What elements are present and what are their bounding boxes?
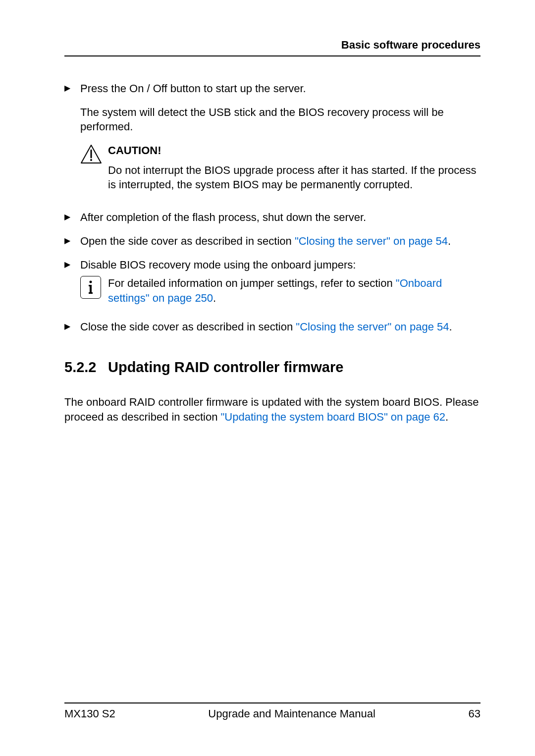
list-item: ▶ Disable BIOS recovery mode using the o… — [64, 258, 481, 311]
text: . — [213, 292, 216, 304]
caution-body: Do not interrupt the BIOS upgrade proces… — [108, 163, 481, 192]
footer-page-number: 63 — [469, 707, 481, 720]
text: For detailed information on jumper setti… — [108, 277, 396, 289]
section-number: 5.2.2 — [64, 358, 108, 377]
bullet-marker-icon: ▶ — [64, 234, 80, 249]
footer-divider — [64, 702, 481, 703]
caution-heading: CAUTION! — [108, 143, 481, 158]
main-content: ▶ Press the On / Off button to start up … — [64, 81, 481, 425]
bullet-content: Close the side cover as described in sec… — [80, 320, 481, 334]
bullet-text: Disable BIOS recovery mode using the onb… — [80, 258, 481, 272]
list-item: ▶ Close the side cover as described in s… — [64, 320, 481, 334]
bullet-marker-icon: ▶ — [64, 210, 80, 225]
bullet-text: After completion of the flash process, s… — [80, 210, 481, 225]
caution-icon — [80, 143, 108, 192]
list-item: ▶ Open the side cover as described in se… — [64, 234, 481, 249]
page-header: Basic software procedures — [64, 39, 481, 56]
info-block: For detailed information on jumper setti… — [80, 276, 481, 305]
bullet-content: Press the On / Off button to start up th… — [80, 81, 481, 201]
text: Open the side cover as described in sect… — [80, 235, 295, 247]
bullet-content: Open the side cover as described in sect… — [80, 234, 481, 249]
footer-row: MX130 S2 Upgrade and Maintenance Manual … — [64, 707, 481, 720]
svg-point-2 — [90, 159, 92, 161]
list-item: ▶ Press the On / Off button to start up … — [64, 81, 481, 201]
bullet-paragraph: The system will detect the USB stick and… — [80, 105, 481, 134]
info-icon-box — [80, 276, 101, 299]
bullet-marker-icon: ▶ — [64, 258, 80, 311]
text: . — [449, 321, 452, 333]
info-text: For detailed information on jumper setti… — [108, 276, 481, 305]
text: . — [448, 235, 451, 247]
bullet-marker-icon: ▶ — [64, 320, 80, 334]
text: Close the side cover as described in sec… — [80, 321, 296, 333]
caution-block: CAUTION! Do not interrupt the BIOS upgra… — [80, 143, 481, 192]
header-title: Basic software procedures — [341, 39, 481, 51]
footer-manual-title: Upgrade and Maintenance Manual — [115, 707, 469, 720]
section-heading: 5.2.2 Updating RAID controller firmware — [64, 358, 481, 377]
page-content: Basic software procedures ▶ Press the On… — [0, 0, 535, 425]
footer-model: MX130 S2 — [64, 707, 115, 720]
caution-text: CAUTION! Do not interrupt the BIOS upgra… — [108, 143, 481, 192]
bullet-marker-icon: ▶ — [64, 81, 80, 201]
svg-point-3 — [90, 281, 92, 283]
bullet-text: Press the On / Off button to start up th… — [80, 81, 481, 96]
list-item: ▶ After completion of the flash process,… — [64, 210, 481, 225]
section-paragraph: The onboard RAID controller firmware is … — [64, 395, 481, 424]
cross-reference-link[interactable]: "Updating the system board BIOS" on page… — [221, 411, 445, 423]
section-title: Updating RAID controller firmware — [108, 358, 481, 377]
text: . — [445, 411, 448, 423]
bullet-content: Disable BIOS recovery mode using the onb… — [80, 258, 481, 311]
cross-reference-link[interactable]: "Closing the server" on page 54 — [296, 321, 449, 333]
page-footer: MX130 S2 Upgrade and Maintenance Manual … — [64, 702, 481, 720]
info-icon — [80, 276, 108, 305]
cross-reference-link[interactable]: "Closing the server" on page 54 — [295, 235, 448, 247]
